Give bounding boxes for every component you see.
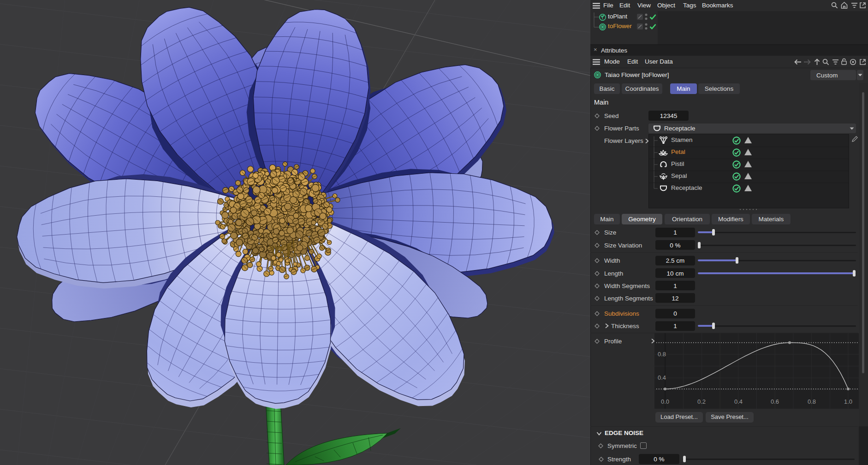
svg-text:0.6: 0.6 (771, 398, 779, 405)
svg-text:0.8: 0.8 (658, 351, 666, 358)
svg-text:0.8: 0.8 (808, 398, 816, 405)
svg-text:1.0: 1.0 (844, 398, 852, 405)
svg-text:0.2: 0.2 (697, 398, 706, 405)
svg-text:0.0: 0.0 (661, 398, 669, 405)
svg-text:0.4: 0.4 (734, 398, 743, 405)
svg-text:0.4: 0.4 (658, 374, 666, 381)
